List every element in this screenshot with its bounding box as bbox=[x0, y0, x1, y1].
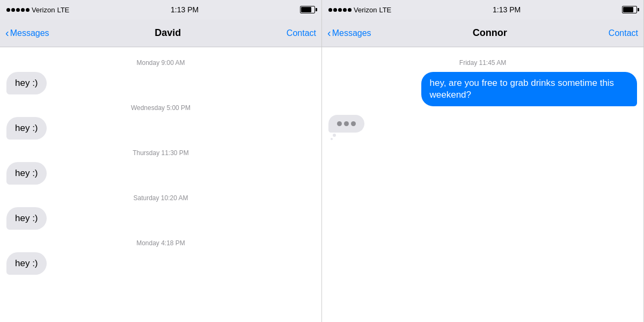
signal-dot-4 bbox=[343, 8, 347, 12]
typing-dot-2 bbox=[344, 121, 349, 126]
message-row: hey :) bbox=[6, 252, 315, 275]
status-left: Verizon LTE bbox=[328, 6, 391, 14]
typing-dot-3 bbox=[351, 121, 356, 126]
typing-dot-1 bbox=[337, 121, 342, 126]
timestamp-friday: Friday 11:45 AM bbox=[328, 59, 637, 67]
signal-dot-3 bbox=[16, 8, 20, 12]
phone-panel-david: Verizon LTE 1:13 PM ‹ Messages David Con… bbox=[0, 0, 322, 322]
status-right bbox=[622, 6, 637, 13]
battery-fill bbox=[301, 7, 311, 12]
timestamp-3: Thursday 11:30 PM bbox=[6, 149, 315, 157]
signal-dot-5 bbox=[26, 8, 30, 12]
signal-dot-4 bbox=[21, 8, 25, 12]
signal-dot-2 bbox=[333, 8, 337, 12]
nav-bar-connor: ‹ Messages Connor Contact bbox=[322, 19, 643, 47]
back-button[interactable]: ‹ Messages bbox=[327, 28, 371, 38]
incoming-bubble: hey :) bbox=[6, 252, 47, 275]
incoming-bubble: hey :) bbox=[6, 72, 47, 94]
nav-title: David bbox=[155, 27, 181, 39]
carrier-label: Verizon bbox=[32, 6, 55, 14]
status-time: 1:13 PM bbox=[171, 5, 199, 14]
outgoing-bubble: hey, are you free to grab drinks sometim… bbox=[421, 72, 638, 106]
contact-button[interactable]: Contact bbox=[287, 28, 316, 38]
timestamp-4: Saturday 10:20 AM bbox=[6, 194, 315, 202]
incoming-bubble: hey :) bbox=[6, 207, 47, 230]
back-button[interactable]: ‹ Messages bbox=[5, 28, 49, 38]
typing-tail-large bbox=[333, 134, 336, 137]
battery-fill bbox=[623, 7, 633, 12]
nav-title: Connor bbox=[473, 27, 507, 39]
typing-indicator bbox=[328, 115, 364, 133]
incoming-bubble: hey :) bbox=[6, 162, 47, 185]
battery-icon bbox=[300, 6, 315, 13]
message-row: hey :) bbox=[6, 207, 315, 230]
back-chevron-icon: ‹ bbox=[5, 27, 9, 38]
back-label: Messages bbox=[10, 28, 49, 38]
network-type: LTE bbox=[379, 6, 391, 14]
back-chevron-icon: ‹ bbox=[327, 27, 331, 38]
signal-dots bbox=[6, 8, 30, 12]
messages-area-david: Monday 9:00 AM hey :) Wednesday 5:00 PM … bbox=[0, 47, 321, 322]
network-type: LTE bbox=[57, 6, 69, 14]
back-label: Messages bbox=[332, 28, 371, 38]
signal-dot-1 bbox=[6, 8, 10, 12]
signal-dot-5 bbox=[348, 8, 352, 12]
contact-button[interactable]: Contact bbox=[609, 28, 638, 38]
status-left: Verizon LTE bbox=[6, 6, 69, 14]
message-row-outgoing: hey, are you free to grab drinks sometim… bbox=[328, 72, 637, 106]
battery-icon bbox=[622, 6, 637, 13]
timestamp-1: Monday 9:00 AM bbox=[6, 59, 315, 67]
status-time: 1:13 PM bbox=[493, 5, 521, 14]
status-bar-connor: Verizon LTE 1:13 PM bbox=[322, 0, 643, 19]
phone-panel-connor: Verizon LTE 1:13 PM ‹ Messages Connor Co… bbox=[322, 0, 644, 322]
signal-dot-3 bbox=[338, 8, 342, 12]
typing-tail-small bbox=[331, 138, 333, 140]
carrier-label: Verizon bbox=[354, 6, 377, 14]
signal-dots bbox=[328, 8, 352, 12]
status-bar-david: Verizon LTE 1:13 PM bbox=[0, 0, 321, 19]
signal-dot-2 bbox=[11, 8, 15, 12]
message-row: hey :) bbox=[6, 162, 315, 185]
message-row: hey :) bbox=[6, 117, 315, 140]
timestamp-5: Monday 4:18 PM bbox=[6, 239, 315, 247]
message-row-typing bbox=[328, 115, 637, 133]
status-right bbox=[300, 6, 315, 13]
nav-bar-david: ‹ Messages David Contact bbox=[0, 19, 321, 47]
signal-dot-1 bbox=[328, 8, 332, 12]
incoming-bubble: hey :) bbox=[6, 117, 47, 140]
timestamp-2: Wednesday 5:00 PM bbox=[6, 104, 315, 112]
message-row: hey :) bbox=[6, 72, 315, 94]
messages-area-connor: Friday 11:45 AM hey, are you free to gra… bbox=[322, 47, 643, 322]
